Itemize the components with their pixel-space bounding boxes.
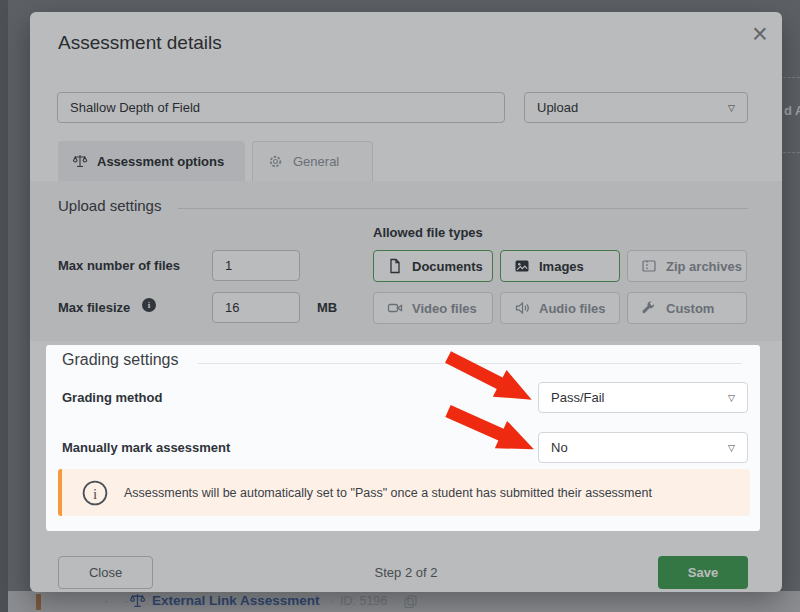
background-row-id: ID: 5196 xyxy=(340,594,387,608)
save-button[interactable]: Save xyxy=(658,556,748,589)
file-type-label: Zip archives xyxy=(666,259,742,274)
manual-mark-value: No xyxy=(551,440,568,455)
filesize-unit-label: MB xyxy=(317,300,337,315)
max-filesize-value: 16 xyxy=(225,300,239,315)
section-divider xyxy=(198,363,742,364)
grading-settings-highlight-box: Grading settings Grading method Pass/Fai… xyxy=(46,345,760,531)
info-icon[interactable]: i xyxy=(142,298,156,312)
allowed-file-types-label: Allowed file types xyxy=(373,225,483,240)
assessment-details-modal: Assessment details × Shallow Depth of Fi… xyxy=(30,12,782,592)
file-type-label: Custom xyxy=(666,301,714,316)
assessment-type-value: Upload xyxy=(537,100,578,115)
image-icon xyxy=(514,258,530,274)
arrow-icon xyxy=(442,397,540,463)
save-button-label: Save xyxy=(688,565,718,580)
scale-icon xyxy=(129,592,146,609)
tab-label: Assessment options xyxy=(97,154,224,169)
background-dashed-border-top xyxy=(783,77,800,78)
max-files-input[interactable]: 1 xyxy=(212,250,300,281)
grading-settings-heading: Grading settings xyxy=(62,351,179,369)
info-circle-icon: i xyxy=(82,480,108,506)
assessment-name-value: Shallow Depth of Field xyxy=(70,100,200,115)
assessment-name-input[interactable]: Shallow Depth of Field xyxy=(57,92,505,123)
gear-icon xyxy=(268,154,284,170)
background-add-assessment-fragment: d A xyxy=(784,103,800,118)
scale-icon xyxy=(72,153,88,169)
max-files-value: 1 xyxy=(225,258,232,273)
background-row-separator: · xyxy=(330,593,334,608)
video-icon xyxy=(387,300,403,316)
wrench-icon xyxy=(641,300,657,316)
upload-settings-section: Upload settings Allowed file types Max n… xyxy=(30,181,782,341)
upload-settings-heading: Upload settings xyxy=(58,197,161,214)
info-banner: i Assessments will be automatically set … xyxy=(58,469,750,516)
max-filesize-label: Max filesize xyxy=(58,300,130,315)
file-type-images-button[interactable]: Images xyxy=(500,250,620,282)
file-type-label: Audio files xyxy=(539,301,605,316)
manual-mark-select[interactable]: No ▽ xyxy=(538,432,748,463)
archive-icon xyxy=(641,258,657,274)
chevron-down-icon: ▽ xyxy=(728,443,735,453)
tab-assessment-options[interactable]: Assessment options xyxy=(58,141,245,181)
tab-label: General xyxy=(293,154,339,169)
manual-mark-label: Manually mark assessment xyxy=(62,440,230,455)
file-type-documents-button[interactable]: Documents xyxy=(373,250,493,282)
svg-text:i: i xyxy=(93,486,97,502)
file-type-label: Documents xyxy=(412,259,483,274)
row-accent-bar xyxy=(36,594,41,610)
file-type-label: Video files xyxy=(412,301,477,316)
close-icon[interactable]: × xyxy=(742,16,778,52)
background-sidebar-strip xyxy=(0,0,8,612)
file-type-zip-button[interactable]: Zip archives xyxy=(627,250,747,282)
assessment-type-select[interactable]: Upload ▽ xyxy=(524,92,748,123)
copy-icon[interactable] xyxy=(404,594,417,607)
info-banner-text: Assessments will be automatically set to… xyxy=(124,486,652,500)
section-divider xyxy=(178,208,748,209)
modal-title: Assessment details xyxy=(58,32,222,54)
file-type-video-button[interactable]: Video files xyxy=(373,292,493,324)
background-row-title[interactable]: External Link Assessment xyxy=(152,593,320,608)
arrow-icon xyxy=(441,345,538,413)
audio-icon xyxy=(514,300,530,316)
grading-method-label: Grading method xyxy=(62,390,162,405)
file-type-custom-button[interactable]: Custom xyxy=(627,292,747,324)
file-type-audio-button[interactable]: Audio files xyxy=(500,292,620,324)
max-filesize-input[interactable]: 16 xyxy=(212,292,300,323)
tab-general[interactable]: General xyxy=(252,141,373,181)
background-dashed-border-bottom xyxy=(783,152,800,153)
chevron-down-icon: ▽ xyxy=(728,103,735,113)
chevron-down-icon: ▽ xyxy=(728,393,735,403)
grading-method-value: Pass/Fail xyxy=(551,390,604,405)
max-files-label: Max number of files xyxy=(58,258,180,273)
grading-method-select[interactable]: Pass/Fail ▽ xyxy=(538,382,748,413)
document-icon xyxy=(387,258,403,274)
file-type-label: Images xyxy=(539,259,584,274)
